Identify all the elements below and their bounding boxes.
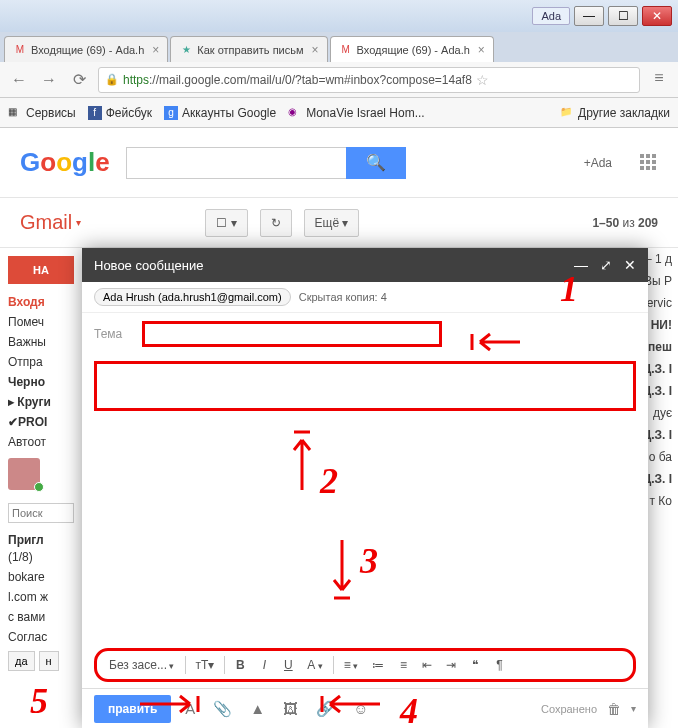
google-header: Google 🔍 +Ada [0,128,678,198]
compose-header[interactable]: Новое сообщение — ⤢ ✕ [82,248,648,282]
sidebar-item-drafts[interactable]: Черно [8,372,74,392]
search-input[interactable] [126,147,346,179]
bookmark-star-icon[interactable]: ☆ [476,72,489,88]
back-button[interactable]: ← [8,69,30,91]
search-button[interactable]: 🔍 [346,147,406,179]
saved-status: Сохранено [541,703,597,715]
invite-title: Пригл [8,533,74,547]
bulleted-list-button[interactable]: ≡ [394,656,412,674]
sidebar-item-important[interactable]: Важны [8,332,74,352]
rtl-button[interactable]: ¶ [490,656,508,674]
annotation-arrow-1 [470,330,520,354]
browser-tab-0[interactable]: M Входящие (69) - Ada.h × [4,36,168,62]
recipients-row[interactable]: Ada Hrush (ada.hrush1@gmail.com) Скрытая… [82,282,648,313]
compose-title: Новое сообщение [94,258,203,273]
message-body[interactable] [94,361,636,411]
invite-yes-button[interactable]: да [8,651,35,671]
compose-button[interactable]: НА [8,256,74,284]
bold-button[interactable]: B [231,656,249,674]
chat-search-input[interactable] [8,503,74,523]
align-button[interactable]: ≡ [340,656,363,674]
other-bookmarks-label: Другие закладки [578,106,670,120]
more-options-icon[interactable]: ▾ [631,703,636,714]
browser-tab-1[interactable]: ★ Как отправить письм × [170,36,327,62]
recipient-chip[interactable]: Ada Hrush (ada.hrush1@gmail.com) [94,288,291,306]
other-bookmarks[interactable]: 📁Другие закладки [560,106,670,120]
google-logo[interactable]: Google [20,147,110,178]
window-close-button[interactable]: ✕ [642,6,672,26]
invite-text: Соглас [8,627,74,647]
more-button[interactable]: Ещё ▾ [304,209,360,237]
font-family-button[interactable]: Без засе... [105,656,179,674]
apps-label: Сервисы [26,106,76,120]
tab-label: Как отправить письм [197,44,303,56]
invite-text: l.com ж [8,587,74,607]
subject-input[interactable] [142,321,442,347]
bookmark-facebook[interactable]: fФейсбук [88,106,152,120]
close-icon[interactable]: × [152,43,159,57]
annotation-arrow-5 [140,692,200,716]
font-size-button[interactable]: тT▾ [192,656,219,674]
compose-close-button[interactable]: ✕ [624,257,636,273]
refresh-button[interactable]: ↻ [260,209,292,237]
insert-photo-icon[interactable]: 🖼 [279,698,302,719]
browser-menu-button[interactable]: ≡ [648,69,670,91]
close-icon[interactable]: × [478,43,485,57]
formatting-toolbar: Без засе... тT▾ B I U A ≡ ≔ ≡ ⇤ ⇥ ❝ ¶ [94,648,636,682]
close-icon[interactable]: × [312,43,319,57]
forward-button[interactable]: → [38,69,60,91]
bookmark-google-accounts[interactable]: gАккаунты Google [164,106,276,120]
compose-popout-button[interactable]: ⤢ [600,257,612,273]
apps-grid-icon[interactable] [640,154,658,172]
sidebar-item-sent[interactable]: Отпра [8,352,74,372]
subject-label: Тема [94,327,122,341]
sidebar-item-auto[interactable]: Автоот [8,432,74,452]
bookmark-monavie[interactable]: ◉MonaVie Israel Hom... [288,106,425,120]
gmail-text: Gmail [20,211,72,234]
numbered-list-button[interactable]: ≔ [368,656,388,674]
apps-shortcut[interactable]: ▦Сервисы [8,106,76,120]
message-count: 1–50 из 209 [592,216,658,230]
compose-minimize-button[interactable]: — [574,257,588,273]
browser-tab-2[interactable]: M Входящие (69) - Ada.h × [330,36,494,62]
gmail-label[interactable]: Gmail▾ [20,211,81,234]
window-titlebar: Ada — ☐ ✕ [0,0,678,32]
attach-icon[interactable]: 📎 [209,698,236,720]
window-maximize-button[interactable]: ☐ [608,6,638,26]
invite-no-button[interactable]: н [39,651,59,671]
window-minimize-button[interactable]: — [574,6,604,26]
select-button[interactable]: ☐ ▾ [205,209,247,237]
url-input[interactable]: 🔒 https ://mail.google.com/mail/u/0/?tab… [98,67,640,93]
google-icon: g [164,106,178,120]
drive-icon[interactable]: ▲ [246,698,269,719]
outdent-button[interactable]: ⇤ [418,656,436,674]
user-avatar[interactable] [8,458,40,490]
sidebar-item-starred[interactable]: Помеч [8,312,74,332]
sidebar: НА Входя Помеч Важны Отпра Черно ▸ Круги… [0,248,82,728]
compose-dialog: Новое сообщение — ⤢ ✕ Ada Hrush (ada.hru… [82,248,648,728]
discard-icon[interactable]: 🗑 [607,701,621,717]
subject-row: Тема [82,313,648,355]
window-user[interactable]: Ada [532,7,570,25]
gmail-icon: M [339,43,353,57]
url-scheme: https [123,73,149,87]
sidebar-item-inbox[interactable]: Входя [8,292,74,312]
italic-button[interactable]: I [255,656,273,674]
search-icon: 🔍 [366,153,386,172]
text-color-button[interactable]: A [303,656,327,674]
google-plus-link[interactable]: +Ada [584,156,612,170]
bookmarks-bar: ▦Сервисы fФейсбук gАккаунты Google ◉Mona… [0,98,678,128]
quote-button[interactable]: ❝ [466,656,484,674]
underline-button[interactable]: U [279,656,297,674]
sidebar-item-label[interactable]: ✔PROI [8,412,74,432]
browser-urlbar: ← → ⟳ 🔒 https ://mail.google.com/mail/u/… [0,62,678,98]
site-icon: ◉ [288,106,302,120]
google-search: 🔍 [126,147,406,179]
bookmark-label: MonaVie Israel Hom... [306,106,425,120]
url-rest: ://mail.google.com/mail/u/0/?tab=wm#inbo… [149,73,472,87]
reload-button[interactable]: ⟳ [68,69,90,91]
sidebar-item-circles[interactable]: ▸ Круги [8,392,74,412]
annotation-arrow-3 [330,540,354,600]
bcc-label[interactable]: Скрытая копия: 4 [299,291,387,303]
indent-button[interactable]: ⇥ [442,656,460,674]
